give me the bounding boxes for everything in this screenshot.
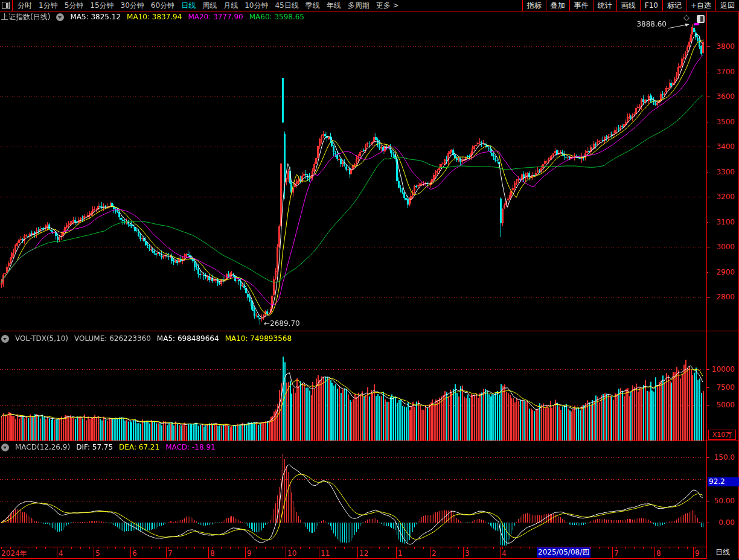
mark-button[interactable]: 标记: [662, 0, 686, 11]
axis-tick: [166, 547, 167, 558]
mini-window-icon[interactable]: [697, 15, 705, 23]
macd-value: MACD: -18.91: [165, 443, 216, 451]
axis-tick: [357, 547, 358, 558]
axis-tick-label: 3100: [716, 218, 735, 226]
period-tab-1min[interactable]: 1分钟: [39, 1, 58, 11]
axis-tick: [54, 547, 54, 549]
axis-tick-label: 10000: [712, 365, 735, 374]
pane-divider[interactable]: [0, 331, 739, 331]
period-tab-multi[interactable]: 多周期: [348, 1, 370, 11]
period-tab-monthly[interactable]: 月线: [223, 1, 238, 11]
chart-canvas[interactable]: [0, 11, 706, 547]
axis-tick: [608, 547, 609, 549]
axis-tick: [423, 547, 424, 549]
axis-tick: [707, 97, 710, 97]
volume-ma10-value: MA10: 749893568: [225, 334, 292, 343]
axis-tick-label: 3200: [716, 192, 735, 201]
period-tab-quarterly[interactable]: 季线: [306, 1, 320, 11]
month-label: 3: [465, 549, 470, 558]
axis-tick-label: 3300: [716, 168, 735, 176]
axis-tick: [441, 547, 441, 549]
overlay-button[interactable]: 叠加: [546, 0, 569, 11]
axis-tick: [707, 147, 710, 147]
axis-tick: [693, 547, 694, 558]
month-label: 2: [432, 549, 437, 558]
axis-tick: [19, 547, 19, 549]
more-menu[interactable]: 更多 >: [376, 1, 399, 11]
axis-tick: [707, 297, 710, 298]
axis-tick: [319, 547, 319, 558]
axis-tick: [687, 547, 688, 549]
axis-tick: [654, 547, 655, 558]
f10-button[interactable]: F10: [640, 0, 662, 11]
period-tab-60min[interactable]: 60分钟: [151, 1, 174, 11]
period-tab-fenshi[interactable]: 分时: [18, 1, 32, 11]
axis-tick: [94, 547, 94, 558]
stats-button[interactable]: 统计: [593, 0, 616, 11]
period-tab-30min[interactable]: 30分钟: [121, 1, 144, 11]
collapse-chevron-icon[interactable]: [1, 444, 9, 451]
axis-tick-label: 2900: [716, 268, 735, 276]
high-price-annotation: 3888.60: [628, 20, 667, 28]
axis-tick: [661, 547, 661, 549]
axis-tick: [168, 547, 169, 549]
axis-tick: [463, 547, 464, 558]
axis-tick: [230, 547, 231, 549]
time-axis: 2024年456789101112123456789: [0, 547, 739, 559]
ma10-value: MA10: 3837.94: [127, 13, 182, 21]
period-tab-5min[interactable]: 5分钟: [65, 1, 84, 11]
collapse-chevron-icon[interactable]: [1, 335, 9, 343]
axis-tick: [707, 501, 709, 501]
ma20-value: MA20: 3777.90: [188, 13, 243, 21]
month-label: 8: [210, 549, 215, 558]
axis-tick: [283, 547, 283, 549]
axis-tick: [707, 387, 709, 388]
axis-tick: [643, 547, 644, 549]
period-tab-weekly[interactable]: 周线: [202, 1, 217, 11]
axis-tick: [36, 547, 37, 549]
drawline-button[interactable]: 画线: [616, 0, 640, 11]
axis-tick: [388, 547, 389, 549]
window-split-icon[interactable]: [2, 2, 10, 9]
back-button[interactable]: 返回: [715, 0, 739, 11]
axis-tick: [529, 547, 529, 549]
period-tab-45day[interactable]: 45日线: [275, 1, 298, 11]
axis-tick: [670, 547, 670, 549]
event-button[interactable]: 事件: [569, 0, 593, 11]
axis-tick: [107, 547, 107, 549]
axis-tick: [432, 547, 432, 549]
axis-tick: [133, 547, 133, 549]
axis-tick-label: 3700: [716, 68, 735, 76]
indicator-button[interactable]: 指标: [522, 0, 546, 11]
axis-tick: [89, 547, 90, 549]
axis-tick: [353, 547, 353, 549]
macd-current-value-badge: 92.2: [708, 477, 739, 486]
axis-tick: [57, 547, 57, 558]
axis-tick: [493, 547, 494, 549]
axis-tick: [651, 547, 652, 549]
date-highlight-badge: 2025/05/08/四: [537, 547, 590, 558]
period-tab-daily[interactable]: 日线: [181, 1, 196, 11]
period-tab-15min[interactable]: 15分钟: [90, 1, 114, 11]
axis-tick-label: 2800: [716, 293, 735, 301]
add-watchlist-button[interactable]: +自选: [686, 0, 715, 11]
axis-tick: [256, 547, 257, 549]
month-label: 5: [95, 549, 100, 558]
axis-tick: [599, 547, 600, 549]
axis-tick: [151, 547, 152, 549]
pane-divider[interactable]: [0, 441, 739, 441]
axis-tick: [371, 547, 371, 549]
axis-tick: [362, 547, 362, 549]
axis-tick: [707, 46, 710, 47]
axis-tick: [458, 547, 459, 549]
volume-ma5-value: MA5: 698489664: [157, 334, 219, 343]
diamond-marker-icon[interactable]: ◇: [683, 13, 689, 22]
axis-tick: [707, 523, 709, 523]
axis-tick: [1, 547, 2, 549]
axis-tick: [238, 547, 239, 549]
collapse-chevron-icon[interactable]: [56, 13, 64, 21]
period-tab-yearly[interactable]: 年线: [327, 1, 341, 11]
axis-tick: [142, 547, 142, 549]
period-tab-10min[interactable]: 10分钟: [245, 1, 268, 11]
volume-pane-header: VOL-TDX(5,10) VOLUME: 626223360 MA5: 698…: [1, 334, 298, 343]
